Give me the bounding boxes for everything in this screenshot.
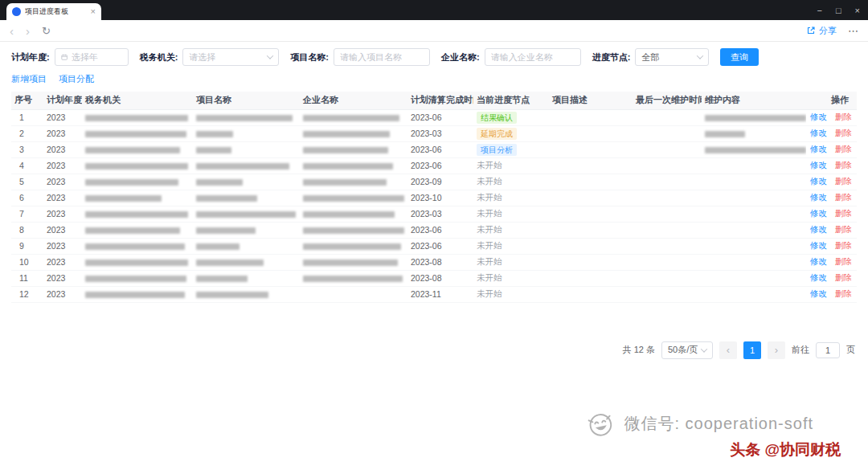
progress-node-select[interactable]: 全部 bbox=[635, 48, 709, 66]
plan-year-input[interactable] bbox=[72, 52, 122, 62]
cell-company-name bbox=[300, 238, 407, 254]
edit-link[interactable]: 修改 bbox=[810, 288, 827, 298]
edit-link[interactable]: 修改 bbox=[810, 112, 827, 121]
progress-node-badge: 未开始 bbox=[477, 224, 502, 234]
refresh-icon[interactable]: ↻ bbox=[42, 25, 51, 37]
page-size-select[interactable]: 50条/页 bbox=[661, 341, 713, 359]
cell-last-maintain-time bbox=[633, 109, 702, 125]
edit-link[interactable]: 修改 bbox=[810, 272, 827, 282]
delete-link[interactable]: 删除 bbox=[835, 272, 852, 282]
cell-project-description bbox=[549, 141, 633, 157]
assign-project-link[interactable]: 项目分配 bbox=[59, 73, 94, 85]
company-name-box[interactable] bbox=[485, 48, 581, 66]
search-button[interactable]: 查询 bbox=[720, 48, 759, 66]
cell-last-maintain-time bbox=[633, 206, 702, 222]
redacted-text bbox=[196, 276, 248, 282]
cell-project-description bbox=[549, 222, 633, 238]
share-button[interactable]: 分享 bbox=[806, 25, 837, 37]
edit-link[interactable]: 修改 bbox=[810, 256, 827, 266]
project-name-input[interactable] bbox=[340, 52, 424, 62]
cell-project-name bbox=[193, 109, 300, 125]
add-project-link[interactable]: 新增项目 bbox=[11, 73, 47, 85]
prev-page-button[interactable]: ‹ bbox=[719, 341, 737, 359]
progress-node-badge: 未开始 bbox=[477, 240, 502, 250]
redacted-text bbox=[85, 147, 180, 153]
edit-link[interactable]: 修改 bbox=[810, 128, 827, 137]
table-row: 320232023-06项目分析修改删除 bbox=[11, 141, 857, 157]
redacted-text bbox=[303, 227, 404, 234]
cell-tax-authority bbox=[82, 222, 193, 238]
edit-link[interactable]: 修改 bbox=[810, 208, 827, 218]
cell-last-maintain-time bbox=[633, 270, 702, 286]
edit-link[interactable]: 修改 bbox=[810, 224, 827, 234]
maximize-icon[interactable]: □ bbox=[836, 6, 841, 15]
cell-last-maintain-time bbox=[633, 190, 702, 206]
delete-link[interactable]: 删除 bbox=[835, 192, 852, 202]
redacted-text bbox=[303, 243, 401, 250]
delete-link[interactable]: 删除 bbox=[835, 144, 852, 153]
company-name-input[interactable] bbox=[491, 52, 575, 62]
minimize-icon[interactable]: − bbox=[817, 6, 821, 15]
tab-close-icon[interactable]: × bbox=[91, 7, 96, 16]
close-icon[interactable]: × bbox=[855, 6, 860, 15]
cell-plan-year: 2023 bbox=[43, 254, 82, 270]
browser-tab[interactable]: 项目进度看板 × bbox=[6, 3, 101, 20]
cell-tax-authority bbox=[82, 270, 193, 286]
forward-icon[interactable]: › bbox=[26, 25, 30, 37]
cell-project-description bbox=[549, 125, 633, 141]
edit-link[interactable]: 修改 bbox=[810, 240, 827, 250]
filter-bar: 计划年度: 税务机关: 请选择 项目名称: 企业名称: 进度节点: bbox=[0, 42, 868, 71]
cell-company-name bbox=[300, 141, 407, 157]
table-row: 620232023-10未开始修改删除 bbox=[11, 190, 857, 206]
table-row: 120232023-06结果确认修改删除 bbox=[11, 109, 857, 125]
filter-tax-authority: 税务机关: 请选择 bbox=[140, 48, 280, 66]
current-page-button[interactable]: 1 bbox=[743, 341, 761, 359]
cell-progress-node: 未开始 bbox=[473, 174, 549, 190]
redacted-text bbox=[85, 276, 186, 282]
goto-page-input[interactable] bbox=[816, 342, 840, 358]
next-page-button[interactable]: › bbox=[768, 341, 785, 359]
cell-progress-node: 未开始 bbox=[473, 238, 549, 254]
delete-link[interactable]: 删除 bbox=[835, 176, 852, 186]
edit-link[interactable]: 修改 bbox=[810, 160, 827, 170]
delete-link[interactable]: 删除 bbox=[835, 256, 852, 266]
table-row: 720232023-03未开始修改删除 bbox=[11, 206, 857, 222]
chevron-down-icon bbox=[701, 345, 707, 352]
cell-company-name bbox=[300, 222, 407, 238]
progress-node-badge: 结果确认 bbox=[477, 112, 517, 124]
cell-project-description bbox=[549, 238, 633, 254]
plan-year-picker[interactable] bbox=[55, 48, 129, 66]
more-menu-icon[interactable]: ⋯ bbox=[848, 25, 858, 37]
edit-link[interactable]: 修改 bbox=[810, 192, 827, 202]
redacted-text bbox=[303, 260, 398, 266]
cell-maintain-content bbox=[702, 238, 806, 254]
cell-last-maintain-time bbox=[633, 238, 702, 254]
cell-project-name bbox=[193, 125, 300, 141]
cell-plan-finish-date: 2023-09 bbox=[407, 174, 473, 190]
tax-authority-select[interactable]: 请选择 bbox=[182, 48, 279, 66]
cell-project-name bbox=[193, 206, 300, 222]
cell-last-maintain-time bbox=[633, 286, 702, 302]
column-header: 序号 bbox=[11, 92, 43, 109]
page-size-value: 50条/页 bbox=[668, 344, 698, 356]
delete-link[interactable]: 删除 bbox=[835, 240, 852, 250]
delete-link[interactable]: 删除 bbox=[835, 160, 852, 170]
table-body: 120232023-06结果确认修改删除220232023-03延期完成修改删除… bbox=[11, 109, 857, 302]
delete-link[interactable]: 删除 bbox=[835, 224, 852, 234]
goto-unit: 页 bbox=[846, 344, 855, 356]
edit-link[interactable]: 修改 bbox=[810, 144, 827, 153]
project-name-box[interactable] bbox=[334, 48, 430, 66]
filter-project-name: 项目名称: bbox=[290, 48, 430, 66]
cell-plan-year: 2023 bbox=[43, 238, 82, 254]
delete-link[interactable]: 删除 bbox=[835, 288, 852, 298]
back-icon[interactable]: ‹ bbox=[10, 25, 14, 37]
delete-link[interactable]: 删除 bbox=[835, 112, 852, 121]
redacted-text bbox=[85, 260, 188, 266]
cell-project-description bbox=[549, 157, 633, 174]
delete-link[interactable]: 删除 bbox=[835, 208, 852, 218]
delete-link[interactable]: 删除 bbox=[835, 128, 852, 137]
redacted-text bbox=[303, 195, 404, 202]
edit-link[interactable]: 修改 bbox=[810, 176, 827, 186]
watermark-wechat-line: 微信号: cooperation-soft bbox=[585, 408, 813, 439]
cell-project-name bbox=[193, 190, 300, 206]
